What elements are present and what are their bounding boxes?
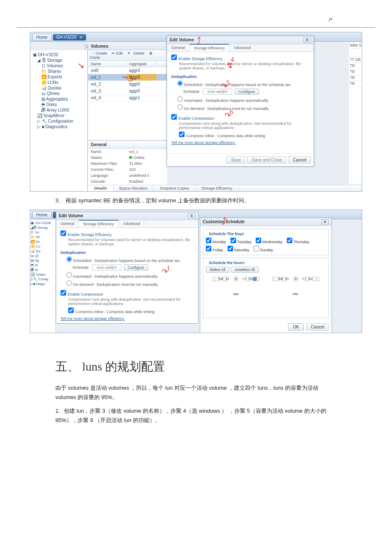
radio-automated[interactable] bbox=[66, 272, 72, 278]
table-row[interactable]: vol_4aggr1 bbox=[88, 95, 167, 101]
day-saturday[interactable]: Saturday bbox=[228, 246, 250, 252]
ok-button[interactable]: OK bbox=[288, 323, 303, 331]
divider bbox=[17, 27, 375, 28]
hour-4[interactable] bbox=[312, 277, 317, 281]
cancel-button[interactable]: Cancel bbox=[306, 323, 329, 331]
tree-configuration[interactable]: ▷ 🔧 Configuration bbox=[31, 118, 86, 124]
tab-snapshot-copies[interactable]: Snapshot Copies bbox=[154, 185, 196, 191]
label: Name: bbox=[91, 150, 129, 154]
tree-volumes[interactable]: 🗋 Volumes bbox=[31, 63, 86, 69]
tree-snapmirror[interactable]: 🔄 SnapMirror bbox=[31, 113, 86, 118]
tab-advanced[interactable]: Advanced bbox=[118, 220, 144, 227]
radio-scheduled[interactable] bbox=[177, 81, 183, 86]
tree-item[interactable]: ▣ GH-V3220 bbox=[31, 221, 55, 225]
tab-details[interactable]: Details bbox=[88, 185, 113, 191]
hour-10[interactable] bbox=[274, 277, 278, 281]
delete-button[interactable]: ✕ Delete bbox=[127, 51, 147, 55]
tab-home[interactable]: Home bbox=[32, 34, 52, 41]
tree-luns[interactable]: 🟡 LUNs bbox=[31, 80, 86, 85]
tree-item[interactable]: 🟡 LU bbox=[31, 244, 55, 249]
day-friday[interactable]: Friday bbox=[206, 246, 223, 252]
tree-aggregates[interactable]: ▤ Aggregates bbox=[31, 96, 86, 102]
tree-item[interactable]: 🗐 Ar bbox=[31, 267, 55, 272]
col-name[interactable]: Name bbox=[88, 61, 127, 67]
tree-item[interactable]: 🗂 Qt bbox=[31, 253, 55, 258]
hour-4-checked[interactable] bbox=[253, 277, 257, 281]
radio-ondemand[interactable] bbox=[177, 104, 183, 110]
volumes-header-row: Name Aggregate bbox=[88, 61, 167, 67]
tab-storage-efficiency[interactable]: Storage Efficiency bbox=[196, 185, 239, 191]
schedule-hours-group: Schedule the hours Select All Unselect A… bbox=[203, 258, 329, 318]
tab-space-allocation[interactable]: Space Allocation bbox=[113, 185, 154, 191]
tab-home[interactable]: Home bbox=[32, 211, 52, 219]
select-all-button[interactable]: Select All bbox=[206, 267, 229, 273]
edit-volume-dialog-2: Edit Volume ✕ General Storage Efficiency… bbox=[56, 212, 199, 324]
configure-button[interactable]: Configure bbox=[235, 89, 259, 95]
day-sunday[interactable]: Sunday bbox=[254, 246, 273, 252]
hour-10[interactable] bbox=[214, 277, 219, 281]
enable-storage-efficiency-checkbox[interactable] bbox=[171, 55, 177, 60]
compress-inline-checkbox[interactable] bbox=[179, 132, 184, 137]
day-wednesday[interactable]: Wednesday bbox=[256, 238, 282, 244]
tree-item[interactable]: ▷■ Diagn bbox=[31, 282, 55, 286]
dialog-tabs: General Storage Efficiency Advanced bbox=[167, 44, 314, 52]
tree-array-luns[interactable]: 🗐 Array LUNS bbox=[31, 107, 86, 113]
tree-storage[interactable]: ◢ 🗄 Storage bbox=[31, 58, 86, 63]
tree-disks[interactable]: ◓ Disks bbox=[31, 102, 86, 107]
edit-button[interactable]: ✏ Edit bbox=[112, 51, 124, 55]
tree-qtrees[interactable]: 🗂 Qtrees bbox=[31, 91, 86, 96]
day-thursday[interactable]: Thursday bbox=[287, 238, 309, 244]
tab-general[interactable]: General bbox=[56, 220, 79, 227]
radio-ondemand[interactable] bbox=[66, 280, 72, 286]
tree-item[interactable]: ◢🗄 Storag bbox=[31, 225, 55, 230]
table-row[interactable]: vol0aggr0 bbox=[88, 67, 167, 74]
col-aggregate[interactable]: Aggregate bbox=[127, 61, 156, 67]
dialog-close-icon[interactable]: ✕ bbox=[188, 213, 196, 219]
enable-compression-checkbox[interactable] bbox=[61, 290, 66, 296]
tree-quotas[interactable]: 📊 Quotas bbox=[31, 85, 86, 91]
compress-inline-checkbox[interactable] bbox=[68, 308, 74, 313]
tree-item[interactable]: ▷🔧 Config bbox=[31, 277, 55, 282]
close-icon[interactable]: ✕ bbox=[79, 35, 83, 40]
tree-item[interactable]: 📊 Qu bbox=[31, 249, 55, 253]
label: Automated - Deduplication happens automa… bbox=[184, 98, 269, 103]
day-monday[interactable]: Monday bbox=[206, 238, 226, 244]
unselect-all-button[interactable]: Unselect All bbox=[231, 267, 259, 273]
tree-item[interactable]: ▤ Ag bbox=[31, 258, 55, 263]
enable-compression-checkbox[interactable] bbox=[171, 114, 177, 120]
table-row-selected[interactable]: vol_1aggr0 bbox=[88, 74, 167, 81]
label: Current Files: bbox=[91, 167, 129, 172]
tree-item[interactable]: 🗋 Vo bbox=[31, 230, 55, 235]
tab-ghv3220[interactable]: GH-V3220 ✕ bbox=[53, 34, 86, 40]
tree-diagnostics[interactable]: ▷ ■ Diagnostics bbox=[31, 124, 86, 129]
volumes-heading: Volumes bbox=[88, 43, 167, 50]
cancel-button[interactable]: Cancel bbox=[288, 156, 311, 164]
radio-automated[interactable] bbox=[177, 96, 183, 102]
table-row[interactable]: vol_3aggr0 bbox=[88, 88, 167, 95]
table-row[interactable]: vol_2aggr0 bbox=[88, 81, 167, 88]
tree-item[interactable]: 🔼 Ex bbox=[31, 239, 55, 244]
day-tuesday[interactable]: Tuesday bbox=[231, 238, 252, 244]
hours-heading: Schedule the hours bbox=[208, 261, 246, 265]
tab-storage-efficiency[interactable]: Storage Efficiency bbox=[190, 44, 229, 52]
tell-me-more-link[interactable]: Tell me more about storage efficiency. bbox=[61, 316, 125, 321]
tree-item[interactable]: 🔄 Snaps bbox=[31, 272, 55, 277]
tree-shares[interactable]: 📁 Shares bbox=[31, 69, 86, 74]
tab-storage-efficiency[interactable]: Storage Efficiency bbox=[79, 220, 118, 227]
tree-root[interactable]: ▣ GH-V3220 bbox=[31, 52, 86, 58]
tree-item[interactable]: ◓ Di bbox=[31, 263, 55, 267]
tell-me-more-link[interactable]: Tell me more about storage efficiency. bbox=[171, 141, 236, 145]
create-button[interactable]: 📄 Create bbox=[90, 51, 109, 55]
dialog-close-icon[interactable]: ✕ bbox=[303, 37, 311, 43]
dialog-close-icon[interactable]: ✕ bbox=[321, 219, 329, 224]
enable-storage-efficiency-checkbox[interactable] bbox=[61, 230, 66, 236]
tab-advanced[interactable]: Advanced bbox=[229, 44, 255, 52]
tab-general[interactable]: General bbox=[167, 44, 190, 52]
tree-exports[interactable]: 🔼 Exports bbox=[31, 74, 86, 80]
tree-item[interactable]: 📁 Sh bbox=[31, 235, 55, 239]
radio-scheduled[interactable] bbox=[66, 256, 72, 262]
save-and-close-button[interactable]: Save and Close bbox=[247, 156, 287, 164]
value: undefined 0 bbox=[129, 173, 149, 178]
save-button[interactable]: Save bbox=[226, 156, 245, 164]
configure-button[interactable]: Configure bbox=[124, 265, 148, 270]
